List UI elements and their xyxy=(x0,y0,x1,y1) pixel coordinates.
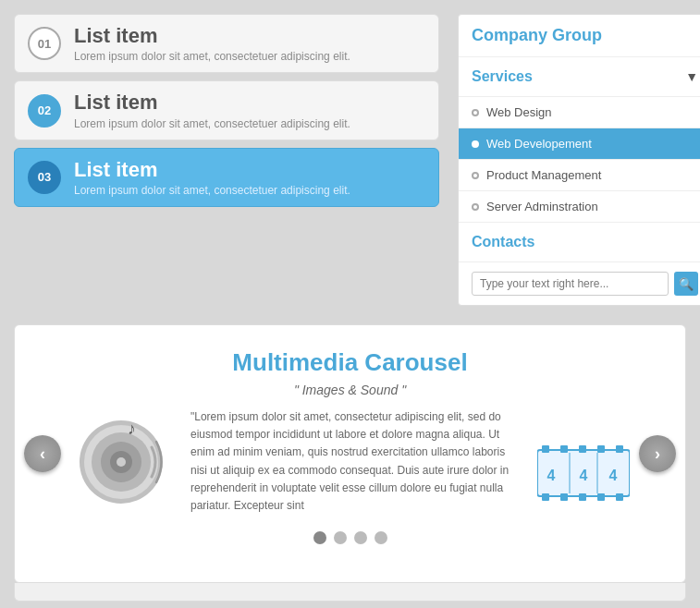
sidebar-item-label-server-admin: Server Adminstration xyxy=(486,200,598,213)
sidebar-services-header[interactable]: Services ▼ xyxy=(459,57,700,97)
svg-rect-9 xyxy=(560,445,568,453)
sidebar-company: Company Group xyxy=(459,15,700,57)
search-icon: 🔍 xyxy=(679,277,694,291)
nav-dot-3 xyxy=(472,172,479,179)
list-item-number-1: 01 xyxy=(28,27,61,60)
carousel-dot-2[interactable] xyxy=(334,531,347,544)
list-section: 01 List item Lorem ipsum dolor sit amet,… xyxy=(14,14,439,306)
svg-rect-14 xyxy=(560,493,568,501)
list-item-desc-1: Lorem ipsum dolor sit amet, consectetuer… xyxy=(74,50,350,63)
list-item-desc-2: Lorem ipsum dolor sit amet, consectetuer… xyxy=(74,117,350,130)
sidebar-item-product-mgmt[interactable]: Product Management xyxy=(459,160,700,191)
speaker-icon: ♪ xyxy=(70,408,172,510)
list-item-text-2: List item Lorem ipsum dolor sit amet, co… xyxy=(74,91,350,129)
carousel-content: ♪ "Lorem ipsum dolor sit amet, consectet… xyxy=(70,408,630,515)
sidebar-item-label-web-design: Web Design xyxy=(486,105,552,119)
sidebar: Company Group Services ▼ Web Design Web … xyxy=(458,14,700,306)
carousel-title: Multimedia Carousel xyxy=(70,348,630,377)
sidebar-item-web-dev[interactable]: Web Developement xyxy=(459,128,700,160)
list-item-number-2: 02 xyxy=(28,94,61,128)
nav-dot-2 xyxy=(472,140,479,148)
svg-rect-8 xyxy=(542,445,549,453)
carousel-next-button[interactable]: › xyxy=(639,435,676,472)
list-item-title-3: List item xyxy=(74,158,350,182)
list-item-title-1: List item xyxy=(74,24,350,48)
svg-text:4: 4 xyxy=(609,468,618,483)
carousel-dot-3[interactable] xyxy=(354,531,367,544)
sidebar-item-server-admin[interactable]: Server Adminstration xyxy=(459,191,700,223)
list-item-3[interactable]: 03 List item Lorem ipsum dolor sit amet,… xyxy=(14,148,439,207)
carousel-dot-4[interactable] xyxy=(375,531,387,544)
nav-dot-1 xyxy=(472,109,479,116)
list-item-number-3: 03 xyxy=(28,161,61,194)
carousel-fold-1 xyxy=(14,583,686,602)
sidebar-item-web-design[interactable]: Web Design xyxy=(459,97,700,128)
svg-rect-10 xyxy=(579,445,586,453)
search-input[interactable] xyxy=(472,272,669,296)
film-strip: 4 4 4 xyxy=(537,445,630,501)
carousel-subtitle: " Images & Sound " xyxy=(70,383,630,397)
carousel-section: ‹ › Multimedia Carousel " Images & Sound… xyxy=(14,324,686,583)
svg-rect-16 xyxy=(597,493,605,501)
svg-text:4: 4 xyxy=(547,468,556,483)
sidebar-search-area: 🔍 xyxy=(459,262,700,305)
svg-text:4: 4 xyxy=(580,468,588,483)
carousel-dot-1[interactable] xyxy=(313,531,326,544)
sidebar-item-label-web-dev: Web Developement xyxy=(486,137,592,151)
carousel-prev-button[interactable]: ‹ xyxy=(24,435,61,472)
list-item-text-1: List item Lorem ipsum dolor sit amet, co… xyxy=(74,24,350,63)
svg-rect-11 xyxy=(597,445,605,453)
sidebar-item-label-product-mgmt: Product Management xyxy=(486,168,601,182)
carousel-dots xyxy=(70,531,630,544)
svg-rect-17 xyxy=(616,493,623,501)
search-button[interactable]: 🔍 xyxy=(674,272,698,296)
svg-rect-13 xyxy=(542,493,549,501)
svg-point-5 xyxy=(117,457,126,467)
svg-rect-15 xyxy=(579,493,586,501)
carousel-body-text: "Lorem ipsum dolor sit amet, consectetur… xyxy=(190,408,519,515)
list-item-title-2: List item xyxy=(74,91,350,115)
sidebar-services-title: Services xyxy=(472,68,533,85)
chevron-down-icon: ▼ xyxy=(685,69,698,84)
sidebar-contacts: Contacts xyxy=(459,223,700,262)
list-item-desc-3: Lorem ipsum dolor sit amet, consectetuer… xyxy=(74,184,350,197)
list-item-1[interactable]: 01 List item Lorem ipsum dolor sit amet,… xyxy=(14,14,439,73)
list-item-2[interactable]: 02 List item Lorem ipsum dolor sit amet,… xyxy=(14,80,439,140)
list-item-text-3: List item Lorem ipsum dolor sit amet, co… xyxy=(74,158,350,197)
svg-rect-12 xyxy=(616,445,623,453)
nav-dot-4 xyxy=(472,203,479,211)
svg-text:♪: ♪ xyxy=(128,420,136,438)
